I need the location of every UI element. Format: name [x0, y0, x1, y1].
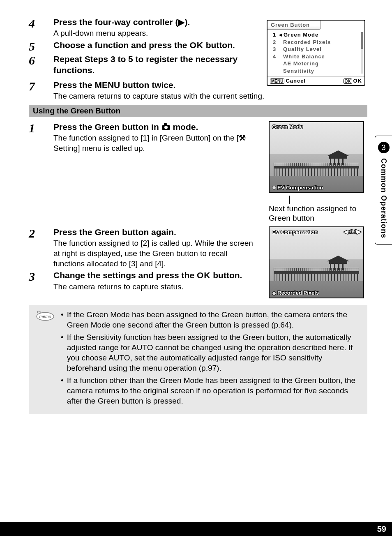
- menu-mock-footer: MENUCancel OKOK: [267, 76, 364, 85]
- step-desc: The camera returns to capture status wit…: [53, 91, 363, 102]
- cam-label-top: Green Mode: [272, 124, 303, 130]
- step: 2 Press the Green button again. The func…: [29, 226, 261, 269]
- step-number: 2: [29, 226, 53, 269]
- menu-row: 4White Balance: [270, 53, 362, 60]
- step-number: 7: [29, 79, 53, 102]
- step-title: Press the four-way controller (▶).: [53, 16, 261, 28]
- wrench-icon: ⚒: [239, 134, 246, 142]
- step-title: Press the Green button again.: [53, 226, 256, 238]
- camera-screen-2: EV Compensation ◀±0.0▶ Recorded Pixels: [269, 226, 364, 298]
- step-desc: The camera returns to capture status.: [53, 282, 256, 292]
- memo-box: memo •If the Green Mode has been assigne…: [29, 305, 367, 414]
- section-header: Using the Green Button: [29, 105, 367, 117]
- camera-screen-1: Green Mode EV Compensation: [269, 121, 364, 193]
- menu-row: 3Quality Level: [270, 46, 362, 53]
- step: 1 Press the Green button in mode. The fu…: [29, 121, 261, 154]
- step: 4 Press the four-way controller (▶). A p…: [29, 16, 265, 39]
- green-dot-icon: [272, 291, 276, 295]
- step-desc: The function assigned to [1] in [Green B…: [53, 133, 256, 153]
- side-tab: 3 Common Operations: [375, 136, 392, 245]
- memo-item: •If the Sensitivity function has been as…: [61, 332, 361, 373]
- step-title: Change the settings and press the OK but…: [53, 270, 256, 281]
- cam-label-bottom: EV Compensation: [272, 185, 323, 191]
- step-number: 4: [29, 16, 53, 39]
- step: 5 Choose a function and press the OK but…: [29, 39, 265, 53]
- menu-scrollbar: [361, 32, 363, 74]
- menu-row: 2Recorded Pixels: [270, 39, 362, 46]
- page-number: 59: [0, 522, 392, 536]
- step-number: 5: [29, 39, 53, 53]
- camera-icon: [162, 125, 170, 130]
- memo-list: •If the Green Mode has been assigned to …: [61, 310, 361, 408]
- chapter-number: 3: [378, 142, 390, 153]
- step-desc: A pull-down menu appears.: [53, 28, 261, 39]
- menu-row: AE Metering: [270, 60, 362, 67]
- memo-item: •If the Green Mode has been assigned to …: [61, 310, 361, 330]
- cam-label-topright: ◀±0.0▶: [344, 229, 361, 235]
- cam-label-bottom: Recorded Pixels: [272, 290, 319, 296]
- cam-label-top: EV Compensation: [272, 229, 318, 235]
- menu-mock-list: 1◀Green Mode 2Recorded Pixels 3Quality L…: [267, 30, 364, 76]
- step-title: Press the Green button in mode.: [53, 121, 256, 132]
- pointer-line: [289, 196, 290, 204]
- menu-mock-title: Green Button: [267, 21, 321, 30]
- memo-icon: memo: [35, 310, 56, 408]
- step-title: Repeat Steps 3 to 5 to register the nece…: [53, 53, 261, 76]
- menu-row: Sensitivity: [270, 67, 362, 75]
- svg-text:memo: memo: [39, 314, 51, 319]
- step-title: Choose a function and press the OK butto…: [53, 39, 261, 51]
- memo-item: •If a function other than the Green Mode…: [61, 376, 361, 406]
- step-number: 1: [29, 121, 53, 154]
- step-desc: The function assigned to [2] is called u…: [53, 238, 256, 269]
- ok-btn-icon: OK: [344, 78, 352, 84]
- caption: Next function assigned to Green button: [269, 204, 367, 224]
- chapter-title: Common Operations: [379, 158, 388, 238]
- menu-row: 1◀Green Mode: [270, 31, 362, 39]
- menu-mockup: Green Button 1◀Green Mode 2Recorded Pixe…: [267, 20, 365, 86]
- green-dot-icon: [272, 186, 276, 190]
- step: 3 Change the settings and press the OK b…: [29, 270, 261, 292]
- step: 6 Repeat Steps 3 to 5 to register the ne…: [29, 53, 265, 76]
- step-number: 3: [29, 270, 53, 292]
- menu-btn-icon: MENU: [270, 78, 284, 84]
- step-number: 6: [29, 53, 53, 76]
